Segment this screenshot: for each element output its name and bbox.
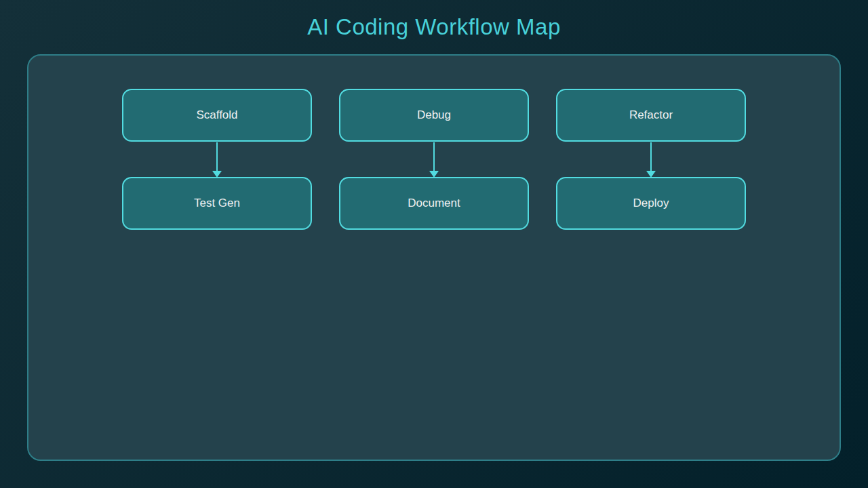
- edge-scaffold-testgen-line: [216, 142, 218, 171]
- flow-node-label: Debug: [417, 108, 451, 122]
- edge-debug-document-line: [433, 142, 435, 171]
- flow-node-testgen[interactable]: Test Gen: [122, 177, 312, 230]
- flow-node-label: Deploy: [633, 197, 669, 210]
- flow-node-refactor[interactable]: Refactor: [556, 89, 746, 142]
- flow-node-scaffold[interactable]: Scaffold: [122, 89, 312, 142]
- flow-node-deploy[interactable]: Deploy: [556, 177, 746, 230]
- flow-node-debug[interactable]: Debug: [339, 89, 529, 142]
- flow-node-label: Document: [408, 197, 460, 210]
- flow-node-label: Refactor: [629, 108, 673, 122]
- flow-node-document[interactable]: Document: [339, 177, 529, 230]
- page-title: AI Coding Workflow Map: [0, 14, 868, 40]
- flow-node-label: Scaffold: [196, 108, 237, 122]
- edge-refactor-deploy-line: [650, 142, 652, 171]
- flow-node-label: Test Gen: [194, 197, 240, 210]
